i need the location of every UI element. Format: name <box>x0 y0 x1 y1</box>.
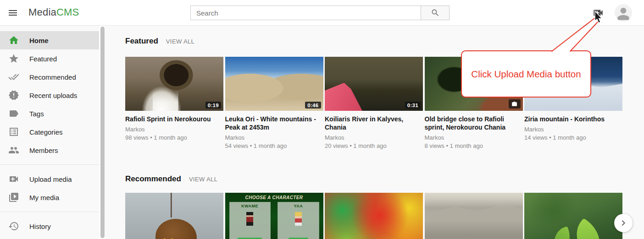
section-title: Recommended <box>125 174 181 184</box>
media-card[interactable] <box>125 193 223 239</box>
media-card[interactable] <box>425 193 523 239</box>
media-author[interactable]: Markos <box>225 134 323 141</box>
media-meta: 20 views • 1 month ago <box>325 142 423 149</box>
sidebar-item-label: Recommended <box>29 73 76 81</box>
view-all-link[interactable]: VIEW ALL <box>189 176 217 183</box>
media-meta: 14 views • 1 month ago <box>524 134 622 141</box>
sidebar-item-label: Tags <box>29 110 44 118</box>
top-bar: MediaCMS <box>0 0 644 26</box>
media-meta: 54 views • 1 month ago <box>225 142 323 149</box>
recommended-section-header: Recommended VIEW ALL <box>125 174 217 184</box>
sidebar-item-label: Members <box>29 147 58 154</box>
media-author[interactable]: Markos <box>425 134 523 141</box>
sidebar-item-label: Home <box>29 37 49 44</box>
sidebar-divider <box>0 212 99 212</box>
video-thumbnail[interactable] <box>325 193 423 239</box>
sidebar-item-members[interactable]: Members <box>0 141 99 159</box>
thumbnail-text: KWAME <box>241 204 258 208</box>
sidebar-item-tags[interactable]: Tags <box>0 104 99 123</box>
user-avatar[interactable] <box>615 4 632 22</box>
done-all-icon <box>8 71 19 82</box>
media-author[interactable]: Markos <box>524 126 622 133</box>
media-title[interactable]: Old bridge close to Rafioli sprint, Nero… <box>425 115 523 131</box>
video-call-icon <box>8 174 19 185</box>
categories-icon <box>8 126 19 137</box>
thumbnail-text: YAA <box>294 204 303 208</box>
thumbnail-text: CHOOSE A CHARACTER <box>225 195 323 200</box>
media-title[interactable]: Ziria mountain - Korinthos <box>524 115 622 123</box>
menu-icon[interactable] <box>7 7 18 18</box>
sidebar-item-featured[interactable]: Featured <box>0 49 99 68</box>
media-card[interactable]: 0:19 Rafioli Sprint in Nerokourou Markos… <box>125 57 223 149</box>
star-icon <box>8 53 19 64</box>
media-card[interactable]: 0:31 Koiliaris River in Kalyves, Chania … <box>325 57 423 149</box>
recommended-row: CHOOSE A CHARACTER KWAME Selected YAA Se… <box>125 193 622 239</box>
sidebar-item-label: History <box>29 223 51 230</box>
sidebar-divider <box>0 164 99 165</box>
game-character-sprite <box>246 212 253 226</box>
media-card[interactable]: CHOOSE A CHARACTER KWAME Selected YAA Se… <box>225 193 323 239</box>
sidebar-item-recent-uploads[interactable]: Recent uploads <box>0 86 99 104</box>
sidebar-item-categories[interactable]: Categories <box>0 123 99 141</box>
media-author[interactable]: Markos <box>325 134 423 141</box>
media-card[interactable]: 0:46 Leuka Ori - White mountains - Peak … <box>225 57 323 149</box>
sidebar: Home Featured Recommended Recent uploads… <box>0 26 99 239</box>
tag-icon <box>8 108 19 119</box>
video-library-icon <box>8 192 19 203</box>
search-bar <box>190 5 450 20</box>
sidebar-item-recommended[interactable]: Recommended <box>0 68 99 86</box>
game-character-panel: KWAME Selected <box>229 202 271 239</box>
new-releases-icon <box>8 90 19 101</box>
scrollbar-thumb[interactable] <box>100 27 105 238</box>
sidebar-item-my-media[interactable]: My media <box>0 188 99 206</box>
video-thumbnail[interactable]: 0:31 <box>325 57 423 111</box>
media-card[interactable] <box>325 193 423 239</box>
annotation-callout: Click Upload Media button <box>461 50 591 98</box>
members-icon <box>8 145 19 156</box>
sidebar-item-home[interactable]: Home <box>0 31 99 49</box>
mediacms-app: MediaCMS Home Featured <box>0 0 644 239</box>
section-title: Featured <box>125 37 158 46</box>
duration-badge: 0:31 <box>405 102 421 109</box>
upload-media-icon[interactable] <box>592 7 604 19</box>
sidebar-item-label: Featured <box>29 55 57 63</box>
carousel-next-button[interactable] <box>614 214 633 232</box>
video-thumbnail[interactable] <box>425 193 523 239</box>
media-author[interactable]: Markos <box>125 126 223 133</box>
game-character-sprite <box>295 212 302 226</box>
logo-text-cms: CMS <box>56 6 79 18</box>
media-meta: 8 views • 1 month ago <box>425 142 523 149</box>
media-card[interactable] <box>524 193 622 239</box>
video-thumbnail[interactable] <box>125 193 223 239</box>
duration-badge: 0:46 <box>305 102 321 109</box>
history-icon <box>8 221 19 232</box>
search-button[interactable] <box>421 5 450 20</box>
logo-text-media: Media <box>28 6 56 18</box>
video-thumbnail[interactable] <box>524 193 622 239</box>
media-title[interactable]: Leuka Ori - White mountains - Peak at 24… <box>225 115 323 131</box>
sidebar-item-label: Recent uploads <box>29 92 77 99</box>
chevron-right-icon <box>618 217 629 228</box>
mediacms-logo[interactable]: MediaCMS <box>28 6 79 18</box>
annotation-text: Click Upload Media button <box>471 69 581 80</box>
sidebar-item-label: My media <box>29 194 59 201</box>
view-all-link[interactable]: VIEW ALL <box>166 38 194 45</box>
video-thumbnail[interactable]: 0:46 <box>225 57 323 111</box>
sidebar-item-label: Upload media <box>29 175 72 183</box>
game-character-panel: YAA Select <box>278 202 319 239</box>
video-thumbnail[interactable]: 0:19 <box>125 57 223 111</box>
sidebar-item-history[interactable]: History <box>0 217 99 235</box>
home-icon <box>8 35 19 46</box>
featured-section-header: Featured VIEW ALL <box>125 37 194 46</box>
media-title[interactable]: Koiliaris River in Kalyves, Chania <box>325 115 423 131</box>
camera-icon <box>509 99 521 109</box>
sidebar-item-upload-media[interactable]: Upload media <box>0 170 99 188</box>
video-thumbnail[interactable]: CHOOSE A CHARACTER KWAME Selected YAA Se… <box>225 193 323 239</box>
duration-badge: 0:27 <box>605 102 620 109</box>
media-title[interactable]: Rafioli Sprint in Nerokourou <box>125 115 223 123</box>
search-icon <box>431 8 440 17</box>
search-input[interactable] <box>190 5 421 20</box>
sidebar-scrollbar <box>99 26 105 239</box>
media-meta: 98 views • 1 month ago <box>125 134 223 141</box>
sidebar-item-label: Categories <box>29 128 63 136</box>
